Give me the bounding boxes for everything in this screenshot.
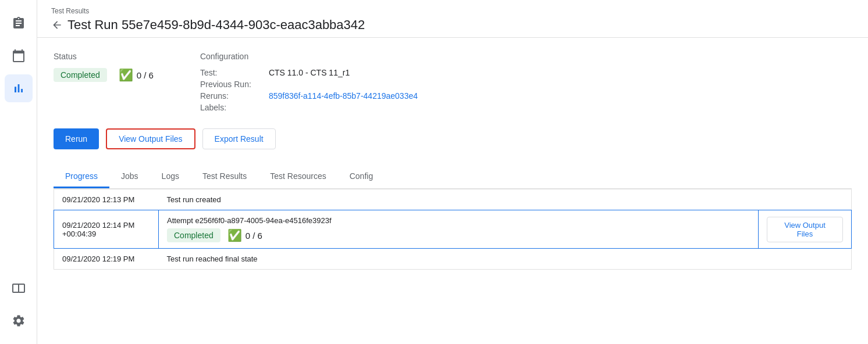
config-test-value: CTS 11.0 - CTS 11_r1 <box>269 68 418 77</box>
tabs-row: Progress Jobs Logs Test Results Test Res… <box>54 166 852 189</box>
config-labels-value <box>269 103 418 112</box>
page-title: Test Run 55e7e459-8b9d-4344-903c-eaac3ab… <box>67 17 365 33</box>
config-test-key: Test: <box>200 68 264 77</box>
check-circle-icon: ✅ <box>119 68 133 82</box>
sidebar-item-clipboard[interactable] <box>5 9 33 37</box>
main-content: Test Results Test Run 55e7e459-8b9d-4344… <box>37 0 868 344</box>
config-previous-run-value <box>269 80 418 89</box>
pass-count: ✅ 0 / 6 <box>119 68 154 82</box>
tab-progress[interactable]: Progress <box>54 166 109 188</box>
config-labels-key: Labels: <box>200 103 264 112</box>
status-badge: Completed <box>54 68 107 82</box>
status-label: Status <box>54 52 154 61</box>
config-previous-run-key: Previous Run: <box>200 80 264 89</box>
export-result-button[interactable]: Export Result <box>202 128 276 149</box>
timestamp-cell: 09/21/2020 12:13 PM <box>54 189 159 210</box>
view-output-files-button[interactable]: View Output Files <box>106 128 195 149</box>
config-section: Configuration Test: CTS 11.0 - CTS 11_r1… <box>200 52 418 112</box>
timestamp-cell: 09/21/2020 12:14 PM +00:04:39 <box>54 210 159 249</box>
sidebar-item-settings[interactable] <box>5 307 33 335</box>
pass-count-value: 0 / 6 <box>137 70 154 80</box>
status-section: Status Completed ✅ 0 / 6 <box>54 52 154 112</box>
tab-jobs[interactable]: Jobs <box>109 166 150 188</box>
breadcrumb: Test Results <box>51 7 854 15</box>
tab-test-results[interactable]: Test Results <box>191 166 258 188</box>
content-area: Status Completed ✅ 0 / 6 Configuration T… <box>37 38 868 284</box>
table-row: 09/21/2020 12:19 PM Test run reached fin… <box>54 249 852 270</box>
config-label: Configuration <box>200 52 418 61</box>
status-row: Completed ✅ 0 / 6 <box>54 68 154 82</box>
status-config-row: Status Completed ✅ 0 / 6 Configuration T… <box>54 52 852 112</box>
sidebar <box>0 0 37 344</box>
title-row: Test Run 55e7e459-8b9d-4344-903c-eaac3ab… <box>51 17 854 33</box>
table-row: 09/21/2020 12:13 PM Test run created <box>54 189 852 210</box>
config-reruns-key: Reruns: <box>200 91 264 101</box>
attempt-id: Attempt e256f6f0-a897-4005-94ea-e4516fe3… <box>167 216 750 225</box>
attempt-pass-count-value: 0 / 6 <box>246 231 262 241</box>
message-cell: Test run created <box>159 189 759 210</box>
timestamp-cell: 09/21/2020 12:19 PM <box>54 249 159 270</box>
view-output-cell: View Output Files <box>759 210 852 249</box>
table-row-attempt: 09/21/2020 12:14 PM +00:04:39 Attempt e2… <box>54 210 852 249</box>
attempt-status-badge: Completed <box>167 228 220 242</box>
sidebar-item-chart[interactable] <box>5 74 33 102</box>
rerun-button[interactable]: Rerun <box>54 128 99 149</box>
config-grid: Test: CTS 11.0 - CTS 11_r1 Previous Run:… <box>200 68 418 112</box>
attempt-content: Attempt e256f6f0-a897-4005-94ea-e4516fe3… <box>167 216 750 242</box>
header: Test Results Test Run 55e7e459-8b9d-4344… <box>37 0 868 38</box>
attempt-badges: Completed ✅ 0 / 6 <box>167 228 750 242</box>
config-reruns-link[interactable]: 859f836f-a114-4efb-85b7-44219ae033e4 <box>269 91 418 101</box>
sidebar-item-calendar[interactable] <box>5 42 33 70</box>
attempt-pass-count: ✅ 0 / 6 <box>227 228 262 242</box>
actions-row: Rerun View Output Files Export Result <box>54 128 852 149</box>
attempt-check-icon: ✅ <box>227 228 242 242</box>
message-cell: Test run reached final state <box>159 249 759 270</box>
attempt-content-cell: Attempt e256f6f0-a897-4005-94ea-e4516fe3… <box>159 210 759 249</box>
sidebar-item-tablet[interactable] <box>5 274 33 302</box>
progress-table: 09/21/2020 12:13 PM Test run created 09/… <box>54 189 852 270</box>
tab-logs[interactable]: Logs <box>150 166 191 188</box>
attempt-view-output-button[interactable]: View Output Files <box>767 217 843 242</box>
tab-config[interactable]: Config <box>338 166 385 188</box>
tab-test-resources[interactable]: Test Resources <box>258 166 337 188</box>
back-button[interactable] <box>51 19 63 31</box>
